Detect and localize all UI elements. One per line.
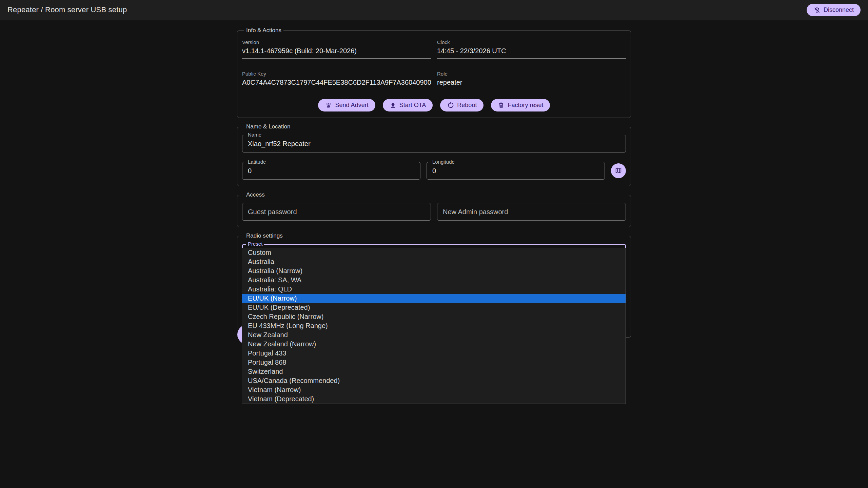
role-field: Role repeater (437, 71, 626, 90)
topbar: Repeater / Room server USB setup Disconn… (0, 0, 868, 20)
preset-option[interactable]: Australia (242, 257, 626, 266)
name-location-legend: Name & Location (244, 123, 292, 130)
reboot-label: Reboot (457, 102, 477, 109)
admin-password-input[interactable] (437, 203, 626, 221)
preset-option[interactable]: New Zealand (Narrow) (242, 340, 626, 349)
page-title: Repeater / Room server USB setup (7, 5, 127, 14)
send-advert-label: Send Advert (335, 102, 369, 109)
disconnect-label: Disconnect (824, 6, 854, 14)
latitude-field: Latitude (242, 162, 420, 180)
longitude-field: Longitude (427, 162, 605, 180)
longitude-label: Longitude (431, 159, 456, 165)
preset-option[interactable]: Switzerland (242, 367, 626, 376)
role-label: Role (437, 71, 626, 77)
send-advert-button[interactable]: Send Advert (318, 99, 375, 111)
reboot-button[interactable]: Reboot (440, 99, 484, 111)
radio-settings-legend: Radio settings (244, 232, 285, 239)
admin-password-field (437, 203, 626, 221)
preset-dropdown-menu: CustomAustraliaAustralia (Narrow)Austral… (242, 248, 626, 404)
preset-option[interactable]: Portugal 433 (242, 349, 626, 358)
preset-option[interactable]: Australia: QLD (242, 285, 626, 294)
guest-password-field (242, 203, 431, 221)
disconnect-button[interactable]: Disconnect (807, 4, 861, 16)
version-label: Version (242, 39, 431, 45)
preset-option[interactable]: EU/UK (Narrow) (242, 294, 626, 303)
guest-password-input[interactable] (242, 203, 431, 221)
preset-option[interactable]: EU/UK (Deprecated) (242, 303, 626, 312)
public-key-field: Public Key A0C74A4C7873C1797C44FE5E38C6D… (242, 71, 431, 90)
upload-icon (390, 102, 396, 109)
role-value: repeater (437, 79, 626, 86)
name-location-section: Name & Location Name Latitude Longitude (237, 123, 631, 186)
start-ota-button[interactable]: Start OTA (383, 99, 433, 111)
version-value: v1.14.1-467959c (Build: 20-Mar-2026) (242, 47, 431, 55)
restart-icon (447, 102, 454, 109)
info-actions-legend: Info & Actions (244, 27, 283, 34)
trash-icon (498, 102, 505, 109)
preset-option[interactable]: USA/Canada (Recommended) (242, 376, 626, 385)
usb-off-icon (813, 6, 821, 14)
latitude-label: Latitude (246, 159, 268, 165)
factory-reset-label: Factory reset (508, 102, 543, 109)
name-input[interactable] (242, 135, 626, 152)
preset-option[interactable]: Vietnam (Narrow) (242, 385, 626, 394)
preset-option[interactable]: Australia (Narrow) (242, 266, 626, 276)
version-field: Version v1.14.1-467959c (Build: 20-Mar-2… (242, 39, 431, 59)
map-icon (615, 167, 622, 175)
clock-field: Clock 14:45 - 22/3/2026 UTC (437, 39, 626, 59)
preset-option[interactable]: Custom (242, 248, 626, 257)
preset-option[interactable]: Australia: SA, WA (242, 276, 626, 285)
preset-option[interactable]: New Zealand (242, 330, 626, 340)
latitude-input[interactable] (242, 162, 420, 180)
clock-label: Clock (437, 39, 626, 45)
preset-option[interactable]: Portugal 868 (242, 358, 626, 367)
preset-label: Preset (246, 241, 264, 247)
preset-option[interactable]: Czech Republic (Narrow) (242, 312, 626, 321)
access-section: Access (237, 191, 631, 227)
public-key-value: A0C74A4C7873C1797C44FE5E38C6D2F113A9F7A3… (242, 79, 431, 86)
start-ota-label: Start OTA (399, 102, 426, 109)
access-legend: Access (244, 191, 267, 198)
public-key-label: Public Key (242, 71, 431, 77)
clock-value: 14:45 - 22/3/2026 UTC (437, 47, 626, 55)
info-actions-section: Info & Actions Version v1.14.1-467959c (… (237, 27, 631, 118)
factory-reset-button[interactable]: Factory reset (491, 99, 550, 111)
name-label: Name (246, 132, 263, 138)
name-field: Name (242, 135, 626, 152)
preset-option[interactable]: Vietnam (Deprecated) (242, 394, 626, 404)
map-button[interactable] (611, 163, 626, 178)
preset-option[interactable]: EU 433MHz (Long Range) (242, 321, 626, 330)
broadcast-icon (325, 102, 332, 109)
